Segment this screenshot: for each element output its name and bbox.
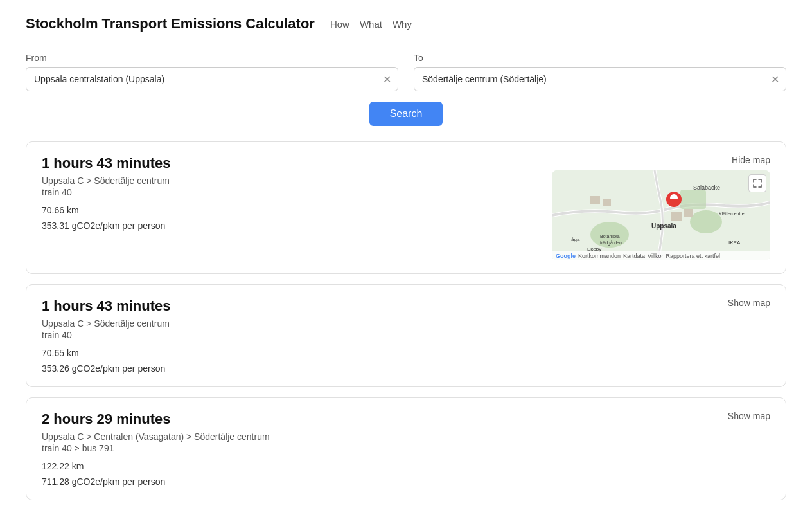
from-field-group: From ✕ [26, 53, 398, 91]
search-button[interactable]: Search [369, 102, 443, 126]
svg-rect-5 [603, 199, 611, 206]
result-km-1: 70.66 km [42, 205, 536, 215]
result-transport-3: train 40 > bus 791 [42, 443, 536, 453]
result-duration-2: 1 hours 43 minutes [42, 298, 536, 314]
result-info-2: 1 hours 43 minutes Uppsala C > Södertälj… [42, 298, 536, 374]
result-co2-3: 711.28 gCO2e/pkm per person [42, 476, 536, 487]
map-toggle-button-3[interactable]: Show map [728, 411, 770, 421]
nav-what[interactable]: What [360, 19, 382, 30]
result-card-3: 2 hours 29 minutes Uppsala C > Centralen… [26, 397, 786, 500]
map-footer-1: Google Kortkommandon Kartdata Villkor Ra… [552, 251, 770, 260]
map-container-1: Salabacke Uppsala Klättercentret åga Eke… [552, 170, 770, 260]
result-info-3: 2 hours 29 minutes Uppsala C > Centralen… [42, 411, 536, 487]
result-co2-1: 353.31 gCO2e/pkm per person [42, 221, 536, 231]
map-kartdata: Kartdata [623, 253, 645, 259]
svg-text:Uppsala: Uppsala [651, 222, 676, 230]
search-button-row: Search [26, 102, 786, 126]
to-clear-button[interactable]: ✕ [768, 73, 781, 86]
svg-rect-6 [671, 212, 682, 221]
nav-bar: How What Why [330, 19, 412, 30]
app-title: Stockholm Transport Emissions Calculator [26, 15, 315, 32]
svg-rect-3 [680, 190, 706, 209]
result-km-3: 122.22 km [42, 461, 536, 471]
map-section-1: Hide map [552, 155, 770, 260]
map-section-3: Show map [552, 411, 770, 421]
map-toggle-button-1[interactable]: Hide map [732, 155, 770, 165]
map-section-2: Show map [552, 298, 770, 308]
svg-text:Salabacke: Salabacke [693, 185, 720, 191]
result-duration-3: 2 hours 29 minutes [42, 411, 536, 428]
map-fullscreen-button-1[interactable] [748, 174, 766, 192]
svg-text:trädgården: trädgården [600, 240, 622, 246]
result-duration-1: 1 hours 43 minutes [42, 155, 536, 172]
from-clear-button[interactable]: ✕ [380, 73, 393, 86]
result-co2-2: 353.26 gCO2e/pkm per person [42, 363, 536, 374]
nav-how[interactable]: How [330, 19, 349, 30]
svg-rect-4 [590, 196, 600, 204]
svg-point-2 [690, 210, 722, 233]
result-card-1: 1 hours 43 minutes Uppsala C > Södertälj… [26, 141, 786, 274]
nav-why[interactable]: Why [393, 19, 412, 30]
from-input[interactable] [26, 67, 398, 91]
google-logo: Google [556, 253, 576, 259]
from-label: From [26, 53, 398, 63]
svg-rect-7 [684, 209, 693, 217]
results-list: 1 hours 43 minutes Uppsala C > Södertälj… [26, 141, 786, 500]
app-header: Stockholm Transport Emissions Calculator… [26, 15, 786, 32]
from-input-wrapper: ✕ [26, 67, 398, 91]
result-card-2: 1 hours 43 minutes Uppsala C > Södertälj… [26, 284, 786, 387]
search-form: From ✕ To ✕ [26, 53, 786, 91]
svg-text:Klättercentret: Klättercentret [719, 212, 746, 216]
to-input-wrapper: ✕ [414, 67, 786, 91]
result-route-3: Uppsala C > Centralen (Vasagatan) > Söde… [42, 431, 536, 442]
to-input[interactable] [414, 67, 786, 91]
result-transport-2: train 40 [42, 330, 536, 340]
map-rapportera: Rapportera ett kartfel [666, 253, 720, 259]
to-label: To [414, 53, 786, 63]
result-km-2: 70.65 km [42, 348, 536, 358]
result-transport-1: train 40 [42, 187, 536, 197]
svg-text:åga: åga [571, 237, 580, 242]
map-toggle-button-2[interactable]: Show map [728, 298, 770, 308]
result-info-1: 1 hours 43 minutes Uppsala C > Södertälj… [42, 155, 536, 231]
result-route-1: Uppsala C > Södertälje centrum [42, 176, 536, 186]
map-svg-1: Salabacke Uppsala Klättercentret åga Eke… [552, 170, 770, 260]
svg-text:IKEA: IKEA [728, 240, 741, 246]
map-kortkommandon: Kortkommandon [578, 253, 621, 259]
result-route-2: Uppsala C > Södertälje centrum [42, 318, 536, 329]
to-field-group: To ✕ [414, 53, 786, 91]
svg-text:Botaniska: Botaniska [600, 234, 620, 239]
map-villkor: Villkor [648, 253, 663, 259]
